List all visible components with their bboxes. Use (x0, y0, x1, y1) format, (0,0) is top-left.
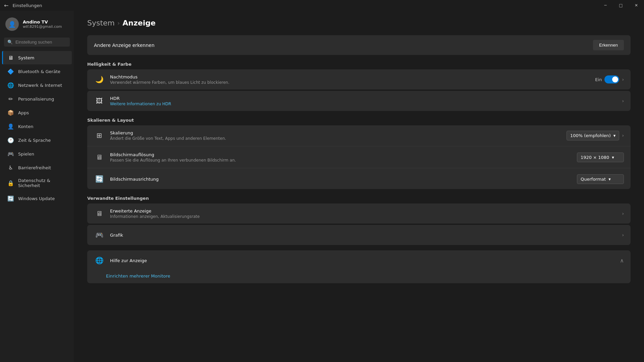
breadcrumb-parent[interactable]: System (87, 19, 115, 27)
avatar: 👤 (5, 17, 19, 31)
night-mode-status: Ein (595, 77, 602, 82)
advanced-display-title: Erweiterte Anzeige (110, 208, 616, 214)
close-button[interactable]: ✕ (629, 0, 644, 11)
sidebar-item-personalization[interactable]: ✏️ Personalisierung (2, 92, 72, 106)
resolution-row[interactable]: 🖥 Bildschirmauflösung Passen Sie die Auf… (87, 147, 631, 167)
orientation-dropdown[interactable]: Querformat ▾ (577, 174, 624, 184)
detect-section: Andere Anzeige erkennen Erkennen (87, 35, 631, 55)
orientation-dropdown-icon: ▾ (608, 177, 611, 182)
orientation-text: Bildschirmausrichtung (110, 177, 572, 182)
back-button[interactable]: ← (4, 2, 8, 9)
help-link[interactable]: Einrichten mehrerer Monitore (106, 274, 170, 279)
night-mode-title: Nachtmodus (110, 74, 590, 79)
help-header[interactable]: 🌐 Hilfe zur Anzeige ∧ (87, 250, 631, 270)
advanced-display-row[interactable]: 🖥 Erweiterte Anzeige Informationen anzei… (87, 203, 631, 224)
nav-label-apps: Apps (18, 110, 29, 115)
sidebar-item-time[interactable]: 🕐 Zeit & Sprache (2, 133, 72, 147)
nav-label-personalization: Personalisierung (18, 97, 54, 102)
divider-1 (87, 146, 631, 146)
hdr-row[interactable]: 🖼 HDR Weitere Informationen zu HDR › (87, 91, 631, 111)
nav-icon-privacy: 🔒 (7, 180, 14, 186)
hdr-right: › (622, 98, 624, 104)
sidebar-item-windows_update[interactable]: 🔄 Windows Update (2, 192, 72, 205)
graphics-text: Grafik (110, 233, 616, 238)
breadcrumb: System › Anzeige (87, 19, 631, 27)
nav-label-time: Zeit & Sprache (18, 138, 51, 143)
advanced-display-card: 🖥 Erweiterte Anzeige Informationen anzei… (87, 203, 631, 224)
sidebar: 👤 Andino TV wtf.8291@gmail.com 🔍 🖥 Syste… (0, 11, 74, 362)
resolution-dropdown-icon: ▾ (612, 155, 614, 160)
user-name: Andino TV (23, 19, 62, 24)
help-icon: 🌐 (94, 255, 105, 266)
search-input[interactable] (15, 40, 66, 45)
night-mode-row[interactable]: 🌙 Nachtmodus Verwendet wärmere Farben, u… (87, 69, 631, 89)
minimize-button[interactable]: ─ (598, 0, 613, 11)
orientation-icon: 🔄 (94, 174, 105, 184)
scaling-text: Skalierung Ändert die Größe von Text, Ap… (110, 130, 561, 141)
hdr-icon: 🖼 (94, 96, 105, 106)
nav-label-system: System (18, 55, 34, 60)
brightness-section-title: Helligkeit & Farbe (87, 62, 631, 67)
nav-icon-windows_update: 🔄 (7, 195, 14, 202)
resolution-text: Bildschirmauflösung Passen Sie die Auflö… (110, 152, 572, 163)
scaling-subtitle: Ändert die Größe von Text, Apps und ande… (110, 136, 561, 141)
toggle-knob (612, 76, 618, 82)
user-section: 👤 Andino TV wtf.8291@gmail.com (0, 13, 74, 36)
sidebar-item-apps[interactable]: 📦 Apps (2, 106, 72, 119)
scaling-title: Skalierung (110, 130, 561, 135)
sidebar-item-accessibility[interactable]: ♿ Barrierefreiheit (2, 161, 72, 174)
graphics-row[interactable]: 🎮 Grafik › (87, 225, 631, 245)
night-mode-icon: 🌙 (94, 74, 105, 85)
orientation-row[interactable]: 🔄 Bildschirmausrichtung Querformat ▾ (87, 169, 631, 189)
scaling-card: ⊞ Skalierung Ändert die Größe von Text, … (87, 125, 631, 189)
hdr-subtitle[interactable]: Weitere Informationen zu HDR (110, 102, 616, 106)
nav-label-accounts: Konten (18, 124, 33, 129)
divider-2 (87, 168, 631, 168)
sidebar-item-network[interactable]: 🌐 Netzwerk & Internet (2, 78, 72, 92)
advanced-display-icon: 🖥 (94, 208, 105, 219)
user-email: wtf.8291@gmail.com (23, 24, 62, 29)
scaling-row[interactable]: ⊞ Skalierung Ändert die Größe von Text, … (87, 125, 631, 145)
nav-icon-time: 🕐 (7, 137, 14, 143)
titlebar: ← Einstellungen ─ □ ✕ (0, 0, 644, 11)
nav-label-privacy: Datenschutz & Sicherheit (18, 178, 66, 188)
search-box[interactable]: 🔍 (4, 38, 70, 47)
detect-button[interactable]: Erkennen (593, 40, 624, 50)
scaling-right: 100% (empfohlen) ▾ › (567, 131, 624, 140)
nav-icon-system: 🖥 (7, 54, 14, 61)
advanced-display-text: Erweiterte Anzeige Informationen anzeige… (110, 208, 616, 219)
sidebar-item-accounts[interactable]: 👤 Konten (2, 120, 72, 133)
night-mode-chevron: › (622, 77, 624, 82)
night-mode-toggle[interactable] (604, 75, 619, 83)
graphics-card: 🎮 Grafik › (87, 225, 631, 245)
help-chevron-up: ∧ (620, 257, 624, 264)
nav-icon-accounts: 👤 (7, 123, 14, 130)
scaling-dropdown-icon: ▾ (613, 133, 616, 138)
sidebar-item-bluetooth[interactable]: 🔷 Bluetooth & Geräte (2, 65, 72, 78)
sidebar-item-privacy[interactable]: 🔒 Datenschutz & Sicherheit (2, 175, 72, 191)
resolution-icon: 🖥 (94, 152, 105, 163)
titlebar-controls: ─ □ ✕ (598, 0, 644, 11)
graphics-icon: 🎮 (94, 230, 105, 240)
titlebar-left: ← Einstellungen (4, 2, 42, 9)
help-section: 🌐 Hilfe zur Anzeige ∧ Einrichten mehrere… (87, 250, 631, 283)
hdr-card: 🖼 HDR Weitere Informationen zu HDR › (87, 91, 631, 111)
night-mode-right: Ein › (595, 75, 624, 83)
sidebar-item-games[interactable]: 🎮 Spielen (2, 147, 72, 161)
breadcrumb-current: Anzeige (122, 19, 156, 27)
sidebar-item-system[interactable]: 🖥 System (2, 51, 72, 64)
app-body: 👤 Andino TV wtf.8291@gmail.com 🔍 🖥 Syste… (0, 11, 644, 362)
nav-label-bluetooth: Bluetooth & Geräte (18, 69, 60, 74)
resolution-subtitle: Passen Sie die Auflösung an Ihren verbun… (110, 158, 572, 163)
advanced-display-right: › (622, 211, 624, 216)
scaling-dropdown[interactable]: 100% (empfohlen) ▾ (567, 131, 620, 140)
orientation-title: Bildschirmausrichtung (110, 177, 572, 182)
maximize-button[interactable]: □ (613, 0, 629, 11)
resolution-title: Bildschirmauflösung (110, 152, 572, 157)
scaling-icon: ⊞ (94, 130, 105, 141)
help-title: Hilfe zur Anzeige (110, 258, 147, 263)
resolution-dropdown[interactable]: 644 × 362 ▾ (577, 153, 624, 162)
related-section-title: Verwandte Einstellungen (87, 196, 631, 201)
nav-label-accessibility: Barrierefreiheit (18, 165, 51, 170)
nav-icon-bluetooth: 🔷 (7, 68, 14, 75)
